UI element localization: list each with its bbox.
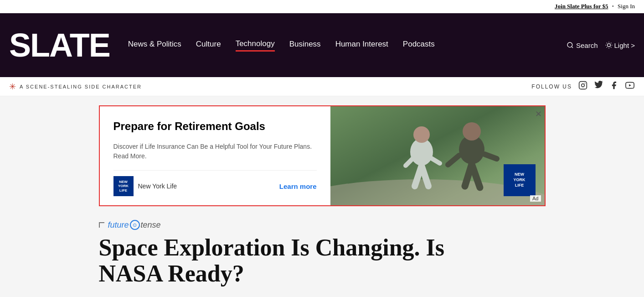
svg-point-18 [413, 126, 430, 143]
light-mode-button[interactable]: Light > [605, 42, 635, 49]
separator-dot: • [612, 3, 614, 10]
svg-point-13 [585, 83, 586, 84]
search-label: Search [576, 42, 598, 49]
header-left: SLATE News & Politics Culture Technology… [9, 29, 435, 62]
nav-list: News & Politics Culture Technology Busin… [128, 39, 435, 52]
twitter-icon[interactable] [594, 81, 603, 92]
brand-future-text: future [108, 220, 129, 230]
nav-item-human-interest[interactable]: Human Interest [335, 40, 388, 51]
ad-description: Discover if Life Insurance Can Be a Help… [113, 142, 317, 161]
corner-bracket-icon [99, 222, 104, 228]
svg-line-10 [611, 43, 611, 43]
ad-title: Prepare for Retirement Goals [113, 120, 317, 133]
facebook-icon[interactable] [609, 81, 618, 92]
sun-icon [605, 42, 613, 49]
follow-label: FOLLOW US [531, 83, 572, 90]
ad-learn-more-link[interactable]: Learn more [279, 182, 317, 190]
svg-marker-14 [629, 84, 631, 86]
svg-point-0 [567, 42, 572, 47]
nav-item-news-politics[interactable]: News & Politics [128, 40, 181, 51]
article-title: Space Exploration Is Changing. Is NASA R… [99, 234, 509, 287]
svg-line-5 [606, 43, 607, 43]
ad-brand: NEWYORKLIFE New York Life [113, 176, 177, 196]
main-content: Prepare for Retirement Goals Discover if… [0, 96, 644, 296]
svg-line-1 [572, 47, 573, 48]
brand-tense-text: tense [141, 220, 161, 230]
ad-nyl-overlay-logo: NEWYORKLIFE [504, 164, 536, 196]
ad-banner: Prepare for Retirement Goals Discover if… [99, 105, 546, 206]
site-logo[interactable]: SLATE [9, 29, 110, 62]
search-button[interactable]: Search [567, 42, 598, 49]
sub-bar-left: ✳ A SCENE-STEALING SIDE CHARACTER [9, 82, 142, 92]
tagline: A SCENE-STEALING SIDE CHARACTER [20, 84, 142, 89]
top-bar: Join Slate Plus for $5 • Sign In [0, 0, 644, 13]
sign-in-link[interactable]: Sign In [618, 3, 635, 10]
nav-item-podcasts[interactable]: Podcasts [403, 40, 435, 51]
light-label: Light > [614, 42, 635, 49]
svg-line-9 [606, 47, 607, 47]
svg-point-12 [582, 84, 585, 87]
ad-close-button[interactable]: ✕ [535, 109, 542, 119]
article-title-line2: NASA Ready? [99, 261, 244, 287]
svg-line-6 [611, 47, 611, 47]
new-york-life-logo: NEWYORKLIFE [113, 176, 134, 196]
brand-icon: ⊙ [130, 220, 140, 230]
youtube-icon[interactable] [625, 81, 635, 92]
nav-item-culture[interactable]: Culture [196, 40, 221, 51]
nav-item-business[interactable]: Business [289, 40, 321, 51]
header-right: Search Light > [567, 42, 635, 49]
article-section: future ⊙ tense Space Exploration Is Chan… [99, 220, 546, 287]
main-nav: News & Politics Culture Technology Busin… [128, 39, 435, 52]
join-slate-link[interactable]: Join Slate Plus for $5 [555, 3, 608, 10]
nav-item-technology[interactable]: Technology [236, 39, 275, 52]
ad-left-panel: Prepare for Retirement Goals Discover if… [100, 106, 330, 205]
asterisk-icon: ✳ [9, 82, 16, 92]
ad-footer: NEWYORKLIFE New York Life Learn more [113, 170, 317, 196]
instagram-icon[interactable] [578, 81, 587, 92]
future-tense-brand[interactable]: future ⊙ tense [99, 220, 546, 230]
svg-point-24 [463, 122, 481, 141]
sub-bar-right: FOLLOW US [531, 81, 635, 92]
ad-label-badge: Ad [530, 195, 541, 202]
site-header: SLATE News & Politics Culture Technology… [0, 13, 644, 77]
svg-rect-11 [579, 82, 587, 89]
article-title-line1: Space Exploration Is Changing. Is [99, 234, 445, 261]
search-icon [567, 42, 574, 49]
sub-bar: ✳ A SCENE-STEALING SIDE CHARACTER FOLLOW… [0, 77, 644, 96]
ad-right-panel: NEWYORKLIFE Ad ✕ [330, 106, 545, 205]
ad-brand-name: New York Life [138, 182, 177, 190]
svg-point-2 [607, 44, 610, 47]
